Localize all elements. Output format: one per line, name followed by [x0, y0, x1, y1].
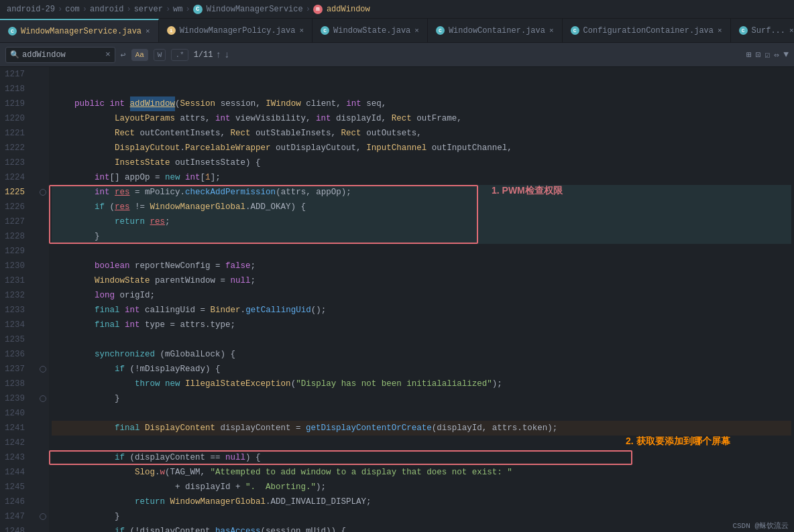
ln-1229: 1229 — [0, 244, 30, 259]
search-match-count: 1/11 — [194, 50, 213, 60]
whole-word-button[interactable]: W — [154, 49, 166, 61]
addwindow-icon: m — [313, 5, 323, 14]
gutter-1240 — [37, 406, 49, 421]
wrap-icon[interactable]: ⊞ — [746, 50, 752, 60]
ln-1222: 1222 — [0, 141, 30, 155]
tab-label-surf: Surf... — [752, 26, 785, 36]
preserve-case-icon[interactable]: ☑ — [765, 50, 771, 60]
tab-close-cc[interactable]: × — [718, 27, 722, 35]
tab-configurationcontainer[interactable]: C ConfigurationContainer.java × — [563, 19, 731, 42]
tab-close-surf[interactable]: × — [789, 27, 794, 35]
ln-1240: 1240 — [0, 406, 30, 421]
tab-close-wmp[interactable]: × — [299, 27, 304, 35]
gutter-1228 — [37, 229, 49, 244]
gutter-1247 — [37, 509, 49, 524]
filter-icon[interactable]: ▼ — [783, 50, 789, 60]
ln-1218: 1218 — [0, 82, 30, 96]
replace-icon[interactable]: ↩ — [121, 50, 126, 60]
tab-close-wc[interactable]: × — [549, 27, 554, 35]
tab-windowstate[interactable]: C WindowState.java × — [313, 19, 428, 42]
gutter — [37, 67, 49, 532]
tab-icon-wms: C — [8, 27, 17, 36]
search-next-button[interactable]: ↓ — [224, 50, 229, 60]
gutter-dot-1225[interactable] — [40, 189, 46, 196]
match-case-button[interactable]: Aa — [131, 49, 148, 61]
breadcrumb-item-com[interactable]: com — [65, 5, 80, 14]
gutter-1236 — [37, 347, 49, 362]
gutter-1235 — [37, 332, 49, 347]
ln-1245: 1245 — [0, 480, 30, 494]
search-icon: 🔍 — [10, 50, 19, 59]
search-clear-button[interactable]: × — [105, 50, 111, 60]
gutter-1220 — [37, 111, 49, 126]
gutter-1224 — [37, 170, 49, 185]
breadcrumb-sep-4: › — [166, 5, 170, 14]
breadcrumb-sep-6: › — [306, 5, 310, 14]
wms-icon: C — [193, 5, 203, 14]
code-line-1242 — [52, 436, 791, 450]
tab-close-wms[interactable]: × — [146, 27, 150, 36]
tab-label-wmp: WindowManagerPolicy.java — [180, 26, 296, 36]
ln-1228: 1228 — [0, 229, 30, 244]
gutter-1237 — [37, 362, 49, 377]
tab-windowmanagerpolicy[interactable]: i WindowManagerPolicy.java × — [159, 19, 313, 42]
tab-close-ws[interactable]: × — [414, 27, 419, 35]
tab-label-wms: WindowManagerService.java — [21, 27, 141, 36]
code-line-1239: } — [52, 391, 791, 406]
breadcrumb-item-android[interactable]: android — [90, 5, 123, 14]
code-line-1238: throw new IllegalStateException("Display… — [52, 377, 791, 391]
gutter-1230 — [37, 259, 49, 273]
code-area: 1217 1218 1219 1220 1221 1222 1223 1224 … — [0, 67, 794, 532]
code-line-1218 — [52, 82, 791, 96]
code-line-1233: final int callingUid = Binder.getCalling… — [52, 303, 791, 318]
code-line-1224: int[] appOp = new int[1]; — [52, 170, 791, 185]
code-line-1231: WindowState parentWindow = null; — [52, 273, 791, 288]
gutter-1246 — [37, 494, 49, 509]
code-content[interactable]: 1. PWM检查权限 2. 获取要添加到哪个屏幕 public int addW… — [49, 67, 794, 532]
code-line-1237: if (!mDisplayReady) { — [52, 362, 791, 377]
breadcrumb-item-wms[interactable]: WindowManagerService — [207, 5, 303, 14]
ln-1241: 1241 — [0, 421, 30, 436]
tab-label-ws: WindowState.java — [333, 26, 410, 36]
tab-label-wc: WindowContainer.java — [449, 26, 545, 36]
regex-button[interactable]: .* — [171, 49, 188, 61]
gutter-dot-1239[interactable] — [40, 395, 46, 402]
tab-label-cc: ConfigurationContainer.java — [583, 26, 714, 36]
gutter-1217 — [37, 67, 49, 82]
search-nav: 1/11 ↑ ↓ — [194, 50, 230, 60]
tab-windowcontainer[interactable]: C WindowContainer.java × — [428, 19, 563, 42]
search-prev-button[interactable]: ↑ — [215, 50, 221, 60]
status-text: CSDN @稣饮流云 — [732, 522, 789, 530]
code-line-1248: if (!displayContent.hasAccess(session.mU… — [52, 524, 791, 532]
ln-1220: 1220 — [0, 111, 30, 126]
breadcrumb-item-addwindow[interactable]: addWindow — [327, 5, 370, 14]
gutter-1229 — [37, 244, 49, 259]
code-line-1226: if (res != WindowManagerGlobal.ADD_OKAY)… — [52, 200, 791, 214]
tab-windowmanagerservice[interactable]: C WindowManagerService.java × — [0, 19, 159, 42]
ln-1238: 1238 — [0, 377, 30, 391]
gutter-dot-1237[interactable] — [40, 366, 46, 373]
breadcrumb-item-android29[interactable]: android-29 — [7, 5, 55, 14]
ln-1244: 1244 — [0, 465, 30, 480]
tab-surf[interactable]: C Surf... × — [731, 19, 794, 42]
gutter-1225 — [37, 185, 49, 200]
search-input-wrap[interactable]: 🔍 × — [5, 47, 115, 63]
breadcrumb-item-wm[interactable]: wm — [173, 5, 182, 14]
code-line-1244: Slog.w(TAG_WM, "Attempted to add window … — [52, 465, 791, 480]
search-input[interactable] — [22, 50, 103, 60]
ln-1226: 1226 — [0, 200, 30, 214]
tab-icon-surf: C — [739, 26, 748, 35]
tabs-bar: C WindowManagerService.java × i WindowMa… — [0, 19, 794, 43]
ln-1231: 1231 — [0, 273, 30, 288]
gutter-1226 — [37, 200, 49, 214]
code-line-1247: } — [52, 509, 791, 524]
breadcrumb-item-server[interactable]: server — [134, 5, 163, 14]
in-selection-icon[interactable]: ⊡ — [756, 50, 761, 60]
ln-1221: 1221 — [0, 126, 30, 141]
ln-1223: 1223 — [0, 155, 30, 170]
expand-icon[interactable]: ⇔ — [774, 50, 779, 60]
gutter-1244 — [37, 465, 49, 480]
ln-1227: 1227 — [0, 214, 30, 229]
code-line-1234: final int type = attrs.type; — [52, 318, 791, 332]
gutter-dot-1247[interactable] — [40, 513, 46, 520]
